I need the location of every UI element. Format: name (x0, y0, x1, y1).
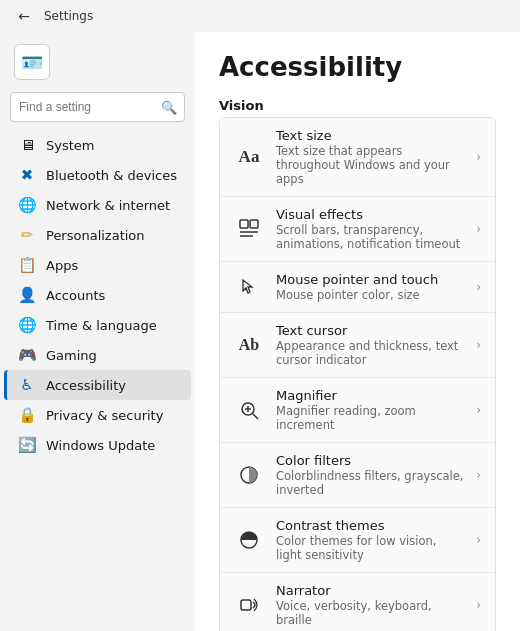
sidebar-label-accessibility: Accessibility (46, 378, 126, 393)
search-input[interactable] (10, 92, 185, 122)
system-icon: 🖥 (18, 136, 36, 154)
narrator-icon (234, 590, 264, 620)
narrator-title: Narrator (276, 583, 464, 598)
svg-rect-1 (250, 220, 258, 228)
settings-item-contrast-themes[interactable]: Contrast themes Color themes for low vis… (220, 508, 495, 573)
chevron-icon: › (476, 598, 481, 612)
sidebar-logo: 🪪 (0, 32, 195, 88)
sidebar-label-system: System (46, 138, 94, 153)
sidebar-item-windows-update[interactable]: 🔄 Windows Update (4, 430, 191, 460)
color-filters-icon (234, 460, 264, 490)
sidebar-label-time: Time & language (46, 318, 157, 333)
bluetooth-icon: ✖ (18, 166, 36, 184)
text-cursor-icon: Ab (234, 330, 264, 360)
accessibility-icon: ♿ (18, 376, 36, 394)
chevron-icon: › (476, 403, 481, 417)
chevron-icon: › (476, 150, 481, 164)
accounts-icon: 👤 (18, 286, 36, 304)
search-box: 🔍 (10, 92, 185, 122)
mouse-pointer-icon (234, 272, 264, 302)
color-filters-desc: Colorblindness filters, grayscale, inver… (276, 469, 464, 497)
mouse-pointer-title: Mouse pointer and touch (276, 272, 464, 287)
contrast-themes-title: Contrast themes (276, 518, 464, 533)
sidebar-item-bluetooth[interactable]: ✖ Bluetooth & devices (4, 160, 191, 190)
narrator-desc: Voice, verbosity, keyboard, braille (276, 599, 464, 627)
color-filters-title: Color filters (276, 453, 464, 468)
sidebar-item-network[interactable]: 🌐 Network & internet (4, 190, 191, 220)
sidebar: 🪪 🔍 🖥 System ✖ Bluetooth & devices 🌐 Net… (0, 32, 195, 631)
title-bar-text: Settings (44, 9, 93, 23)
sidebar-label-personalization: Personalization (46, 228, 145, 243)
chevron-icon: › (476, 280, 481, 294)
sidebar-label-bluetooth: Bluetooth & devices (46, 168, 177, 183)
text-size-desc: Text size that appears throughout Window… (276, 144, 464, 186)
sidebar-item-system[interactable]: 🖥 System (4, 130, 191, 160)
mouse-pointer-desc: Mouse pointer color, size (276, 288, 464, 302)
sidebar-item-time[interactable]: 🌐 Time & language (4, 310, 191, 340)
sidebar-item-accessibility[interactable]: ♿ Accessibility (4, 370, 191, 400)
sidebar-label-network: Network & internet (46, 198, 170, 213)
magnifier-title: Magnifier (276, 388, 464, 403)
visual-effects-desc: Scroll bars, transparency, animations, n… (276, 223, 464, 251)
sidebar-label-windows-update: Windows Update (46, 438, 155, 453)
title-bar: ← Settings (0, 0, 520, 32)
gaming-icon: 🎮 (18, 346, 36, 364)
page-title: Accessibility (219, 52, 496, 82)
magnifier-icon (234, 395, 264, 425)
sidebar-item-apps[interactable]: 📋 Apps (4, 250, 191, 280)
windows-update-icon: 🔄 (18, 436, 36, 454)
text-cursor-desc: Appearance and thickness, text cursor in… (276, 339, 464, 367)
chevron-icon: › (476, 222, 481, 236)
privacy-icon: 🔒 (18, 406, 36, 424)
svg-line-5 (253, 414, 258, 419)
search-icon: 🔍 (161, 100, 177, 115)
time-icon: 🌐 (18, 316, 36, 334)
text-size-icon: Aa (234, 142, 264, 172)
settings-item-visual-effects[interactable]: Visual effects Scroll bars, transparency… (220, 197, 495, 262)
settings-item-magnifier[interactable]: Magnifier Magnifier reading, zoom increm… (220, 378, 495, 443)
settings-list-vision: Aa Text size Text size that appears thro… (219, 117, 496, 631)
section-header-vision: Vision (219, 98, 496, 113)
network-icon: 🌐 (18, 196, 36, 214)
sidebar-label-apps: Apps (46, 258, 78, 273)
back-button[interactable]: ← (12, 4, 36, 28)
settings-logo-icon: 🪪 (14, 44, 50, 80)
contrast-themes-desc: Color themes for low vision, light sensi… (276, 534, 464, 562)
sidebar-item-privacy[interactable]: 🔒 Privacy & security (4, 400, 191, 430)
sidebar-item-accounts[interactable]: 👤 Accounts (4, 280, 191, 310)
main-layout: 🪪 🔍 🖥 System ✖ Bluetooth & devices 🌐 Net… (0, 32, 520, 631)
content-area: Accessibility Vision Aa Text size Text s… (195, 32, 520, 631)
text-cursor-title: Text cursor (276, 323, 464, 338)
sidebar-item-gaming[interactable]: 🎮 Gaming (4, 340, 191, 370)
svg-rect-10 (241, 600, 251, 610)
sidebar-label-accounts: Accounts (46, 288, 105, 303)
visual-effects-icon (234, 214, 264, 244)
text-size-title: Text size (276, 128, 464, 143)
personalization-icon: ✏ (18, 226, 36, 244)
settings-item-mouse-pointer[interactable]: Mouse pointer and touch Mouse pointer co… (220, 262, 495, 313)
settings-item-text-cursor[interactable]: Ab Text cursor Appearance and thickness,… (220, 313, 495, 378)
sidebar-item-personalization[interactable]: ✏ Personalization (4, 220, 191, 250)
contrast-themes-icon (234, 525, 264, 555)
sidebar-label-gaming: Gaming (46, 348, 97, 363)
sidebar-label-privacy: Privacy & security (46, 408, 163, 423)
svg-rect-0 (240, 220, 248, 228)
settings-item-text-size[interactable]: Aa Text size Text size that appears thro… (220, 118, 495, 197)
chevron-icon: › (476, 533, 481, 547)
chevron-icon: › (476, 338, 481, 352)
magnifier-desc: Magnifier reading, zoom increment (276, 404, 464, 432)
settings-item-narrator[interactable]: Narrator Voice, verbosity, keyboard, bra… (220, 573, 495, 631)
settings-item-color-filters[interactable]: Color filters Colorblindness filters, gr… (220, 443, 495, 508)
visual-effects-title: Visual effects (276, 207, 464, 222)
apps-icon: 📋 (18, 256, 36, 274)
chevron-icon: › (476, 468, 481, 482)
